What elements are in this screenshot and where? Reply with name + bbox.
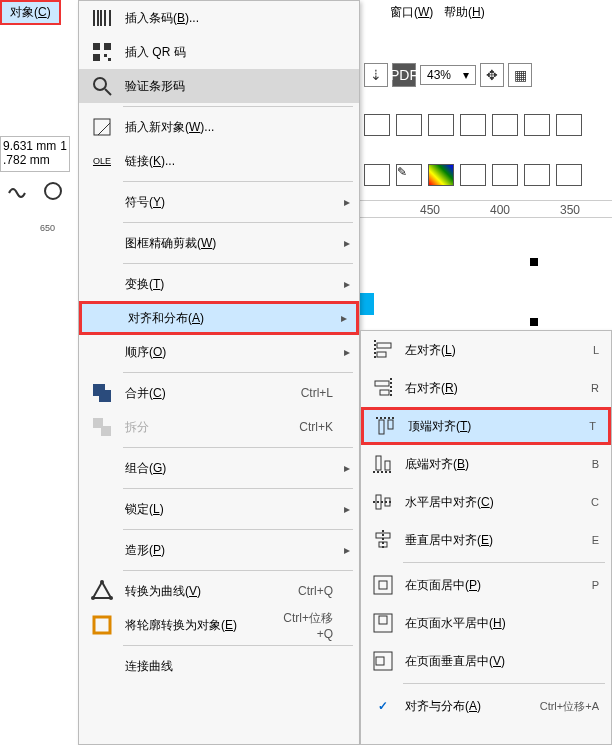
mi-link[interactable]: OLE 链接(K)... xyxy=(79,144,359,178)
separator xyxy=(123,529,353,530)
page-center-icon xyxy=(370,572,396,598)
mi-to-curve[interactable]: 转换为曲线(V)Ctrl+Q xyxy=(79,574,359,608)
op-icon[interactable] xyxy=(364,114,390,136)
op-icon[interactable] xyxy=(492,114,518,136)
mi-align-vcenter[interactable]: 垂直居中对齐(E)E xyxy=(361,521,611,559)
selection-edge[interactable] xyxy=(360,293,374,315)
align-hcenter-icon xyxy=(370,489,396,515)
break-icon xyxy=(89,414,115,440)
eyedropper-icon[interactable]: ✎ xyxy=(396,164,422,186)
mi-join-curve[interactable]: 连接曲线 xyxy=(79,649,359,683)
snap-icon[interactable]: ✥ xyxy=(480,63,504,87)
op-icon[interactable] xyxy=(556,164,582,186)
palette-icon[interactable] xyxy=(428,164,454,186)
svg-rect-26 xyxy=(377,352,386,357)
export-icon[interactable]: ⇣ xyxy=(364,63,388,87)
mi-align-left[interactable]: 左对齐(L)L xyxy=(361,331,611,369)
svg-rect-32 xyxy=(388,420,393,429)
mi-powerclip[interactable]: 图框精确剪裁(W)▸ xyxy=(79,226,359,260)
selection-handle[interactable] xyxy=(530,318,538,326)
object-menu: 插入条码(B)... 插入 QR 码 验证条形码 插入新对象(W)... OLE… xyxy=(78,0,360,745)
mi-lock[interactable]: 锁定(L)▸ xyxy=(79,492,359,526)
svg-rect-13 xyxy=(94,119,110,135)
selection-handle[interactable] xyxy=(530,258,538,266)
svg-rect-43 xyxy=(379,581,387,589)
op-icon[interactable] xyxy=(396,114,422,136)
align-left-icon xyxy=(370,337,396,363)
svg-rect-31 xyxy=(379,420,384,434)
mi-align-right[interactable]: 右对齐(R)R xyxy=(361,369,611,407)
op-icon[interactable] xyxy=(492,164,518,186)
mi-insert-qr[interactable]: 插入 QR 码 xyxy=(79,35,359,69)
svg-rect-18 xyxy=(101,426,111,436)
mi-group[interactable]: 组合(G)▸ xyxy=(79,451,359,485)
outline-icon xyxy=(89,612,115,638)
op-icon[interactable] xyxy=(460,114,486,136)
page-vcenter-icon xyxy=(370,648,396,674)
mi-align-distribute[interactable]: 对齐和分布(A)▸ xyxy=(79,301,359,335)
mi-symbol[interactable]: 符号(Y)▸ xyxy=(79,185,359,219)
svg-rect-35 xyxy=(385,461,390,470)
separator xyxy=(403,562,605,563)
menu-help[interactable]: 帮助(H) xyxy=(434,0,495,25)
separator xyxy=(123,372,353,373)
mi-align-top[interactable]: 顶端对齐(T)T xyxy=(361,407,611,445)
mi-shape[interactable]: 造形(P)▸ xyxy=(79,533,359,567)
mi-combine[interactable]: 合并(C)Ctrl+L xyxy=(79,376,359,410)
ole-icon: OLE xyxy=(89,148,115,174)
mi-order[interactable]: 顺序(O)▸ xyxy=(79,335,359,369)
dimensions-box: 9.631 mm1 .782 mm xyxy=(0,136,70,172)
pdf-icon[interactable]: PDF xyxy=(392,63,416,87)
svg-rect-7 xyxy=(104,43,111,50)
op-icon[interactable] xyxy=(556,114,582,136)
separator xyxy=(123,488,353,489)
separator xyxy=(123,570,353,571)
svg-rect-42 xyxy=(374,576,392,594)
op-icon[interactable] xyxy=(524,114,550,136)
mi-break: 拆分Ctrl+K xyxy=(79,410,359,444)
svg-rect-10 xyxy=(108,58,111,61)
separator xyxy=(123,447,353,448)
mi-verify-barcode[interactable]: 验证条形码 xyxy=(79,69,359,103)
separator xyxy=(123,106,353,107)
verify-icon xyxy=(89,73,115,99)
combine-icon xyxy=(89,380,115,406)
mi-transform[interactable]: 变换(T)▸ xyxy=(79,267,359,301)
mi-page-center[interactable]: 在页面居中(P)P xyxy=(361,566,611,604)
mi-align-hcenter[interactable]: 水平居中对齐(C)C xyxy=(361,483,611,521)
op-icon[interactable] xyxy=(364,164,390,186)
mi-align-dialog[interactable]: ✓ 对齐与分布(A)Ctrl+位移+A xyxy=(361,687,611,725)
op-icon[interactable] xyxy=(460,164,486,186)
mi-outline-to-obj[interactable]: 将轮廓转换为对象(E)Ctrl+位移+Q xyxy=(79,608,359,642)
separator xyxy=(123,181,353,182)
toolbar: ⇣ PDF 43%▾ ✥ ▦ xyxy=(360,60,612,90)
grid-icon[interactable]: ▦ xyxy=(508,63,532,87)
barcode-icon xyxy=(89,5,115,31)
mi-align-bottom[interactable]: 底端对齐(B)B xyxy=(361,445,611,483)
align-vcenter-icon xyxy=(370,527,396,553)
svg-line-12 xyxy=(105,89,111,95)
tool-icon[interactable] xyxy=(40,178,66,204)
mi-page-hcenter[interactable]: 在页面水平居中(H) xyxy=(361,604,611,642)
svg-rect-28 xyxy=(375,381,389,386)
align-right-icon xyxy=(370,375,396,401)
align-submenu: 左对齐(L)L 右对齐(R)R 顶端对齐(T)T 底端对齐(B)B 水平居中对齐… xyxy=(360,330,612,745)
svg-rect-6 xyxy=(93,43,100,50)
svg-rect-8 xyxy=(93,54,100,61)
mi-page-vcenter[interactable]: 在页面垂直居中(V) xyxy=(361,642,611,680)
mi-insert-barcode[interactable]: 插入条码(B)... xyxy=(79,1,359,35)
curve-icon xyxy=(89,578,115,604)
svg-point-22 xyxy=(91,596,95,600)
mi-insert-new[interactable]: 插入新对象(W)... xyxy=(79,110,359,144)
check-icon: ✓ xyxy=(378,699,388,713)
tool-icon[interactable] xyxy=(4,178,30,204)
svg-point-11 xyxy=(94,78,106,90)
align-top-icon xyxy=(373,413,399,439)
svg-point-20 xyxy=(100,580,104,584)
op-icon[interactable] xyxy=(428,114,454,136)
page-hcenter-icon xyxy=(370,610,396,636)
svg-rect-25 xyxy=(377,343,391,348)
op-icon[interactable] xyxy=(524,164,550,186)
zoom-combo[interactable]: 43%▾ xyxy=(420,65,476,85)
menu-object[interactable]: 对象(C) xyxy=(0,0,61,25)
